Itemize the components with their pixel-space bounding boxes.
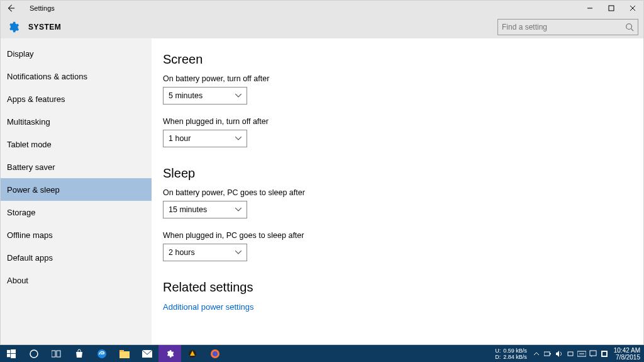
svg-rect-7 xyxy=(11,349,16,353)
chevron-down-icon xyxy=(235,251,242,254)
sidebar-item-battery-saver[interactable]: Battery saver xyxy=(1,156,152,178)
svg-point-19 xyxy=(213,351,218,356)
sidebar-item-offline-maps[interactable]: Offline maps xyxy=(1,223,152,246)
net-download-label: D: xyxy=(495,354,501,360)
search-icon xyxy=(625,23,634,31)
sidebar: Display Notifications & actions Apps & f… xyxy=(1,38,152,344)
task-view-icon[interactable] xyxy=(45,345,68,362)
sidebar-item-label: Notifications & actions xyxy=(7,72,87,81)
taskbar: U: D: 0.59 kB/s 2.84 kB/s 10:42 AM 7/8/2… xyxy=(0,345,644,362)
dropdown-value: 1 hour xyxy=(169,134,191,143)
taskbar-app-mail[interactable] xyxy=(136,345,158,362)
screen-battery-label: On battery power, turn off after xyxy=(163,74,643,83)
taskbar-app-generic-1[interactable] xyxy=(181,345,204,362)
chevron-down-icon xyxy=(235,208,242,212)
svg-rect-11 xyxy=(52,351,55,357)
sidebar-item-label: Power & sleep xyxy=(7,185,60,195)
sidebar-item-storage[interactable]: Storage xyxy=(1,201,152,223)
net-upload-speed: 0.59 kB/s xyxy=(503,348,527,354)
body: Display Notifications & actions Apps & f… xyxy=(1,38,643,344)
svg-rect-12 xyxy=(57,351,60,357)
dropdown-value: 15 minutes xyxy=(169,205,207,214)
svg-rect-22 xyxy=(568,352,573,356)
svg-rect-6 xyxy=(7,349,10,353)
content-pane: Screen On battery power, turn off after … xyxy=(152,38,643,344)
screen-plugged-dropdown[interactable]: 1 hour xyxy=(163,130,247,147)
tray-show-hidden-icon[interactable] xyxy=(531,345,542,362)
dropdown-value: 2 hours xyxy=(169,248,195,257)
sidebar-item-label: About xyxy=(7,276,28,285)
sidebar-item-label: Apps & features xyxy=(7,94,65,104)
svg-rect-14 xyxy=(119,351,130,358)
svg-rect-21 xyxy=(550,353,551,354)
back-button[interactable] xyxy=(3,1,18,16)
svg-rect-25 xyxy=(590,351,596,356)
taskbar-app-edge[interactable] xyxy=(91,345,113,362)
taskbar-app-firefox[interactable] xyxy=(204,345,226,362)
sidebar-item-label: Display xyxy=(7,49,34,59)
chevron-down-icon xyxy=(235,137,242,140)
svg-point-4 xyxy=(626,24,632,30)
taskbar-app-explorer[interactable] xyxy=(113,345,136,362)
tray-volume-icon[interactable] xyxy=(553,345,565,362)
gear-icon[interactable] xyxy=(6,20,21,35)
sidebar-item-label: Storage xyxy=(7,208,36,217)
sidebar-item-multitasking[interactable]: Multitasking xyxy=(1,110,152,133)
chevron-down-icon xyxy=(235,94,242,98)
search-input[interactable] xyxy=(502,23,625,31)
taskbar-app-store[interactable] xyxy=(68,345,91,362)
sidebar-item-tablet-mode[interactable]: Tablet mode xyxy=(1,133,152,156)
tray-app-icon[interactable] xyxy=(599,345,610,362)
minimize-button[interactable] xyxy=(579,1,601,16)
close-button[interactable] xyxy=(622,1,643,16)
tray-network-icon[interactable] xyxy=(565,345,576,362)
dropdown-value: 5 minutes xyxy=(169,91,203,100)
net-upload-label: U: xyxy=(495,348,501,354)
clock-time: 10:42 AM xyxy=(614,347,640,354)
clock-date: 7/8/2015 xyxy=(614,354,640,361)
system-tray: U: D: 0.59 kB/s 2.84 kB/s 10:42 AM 7/8/2… xyxy=(495,345,644,362)
header: SYSTEM xyxy=(1,16,643,38)
tray-keyboard-icon[interactable] xyxy=(576,345,587,362)
sidebar-item-label: Battery saver xyxy=(7,162,55,172)
tray-power-icon[interactable] xyxy=(542,345,553,362)
sidebar-item-label: Tablet mode xyxy=(7,140,52,149)
svg-line-5 xyxy=(631,29,634,31)
screen-heading: Screen xyxy=(163,52,643,67)
sidebar-item-power-sleep[interactable]: Power & sleep xyxy=(1,178,152,201)
sleep-heading: Sleep xyxy=(163,166,643,181)
tray-action-center-icon[interactable] xyxy=(587,345,599,362)
window-title: Settings xyxy=(30,4,55,12)
start-button[interactable] xyxy=(0,345,23,362)
sidebar-item-notifications[interactable]: Notifications & actions xyxy=(1,65,152,88)
net-speeds: 0.59 kB/s 2.84 kB/s xyxy=(503,348,527,360)
sidebar-item-label: Default apps xyxy=(7,253,53,263)
sidebar-item-about[interactable]: About xyxy=(1,269,152,291)
svg-rect-20 xyxy=(544,352,550,356)
screen-battery-dropdown[interactable]: 5 minutes xyxy=(163,87,247,105)
svg-rect-8 xyxy=(7,354,10,357)
settings-window: Settings SYSTEM Display Notifications & … xyxy=(0,0,644,345)
net-download-speed: 2.84 kB/s xyxy=(503,354,527,360)
sleep-battery-label: On battery power, PC goes to sleep after xyxy=(163,188,643,197)
net-labels: U: D: xyxy=(495,348,501,360)
search-box[interactable] xyxy=(497,19,638,35)
clock[interactable]: 10:42 AM 7/8/2015 xyxy=(610,347,644,361)
sidebar-item-label: Multitasking xyxy=(7,117,50,127)
titlebar: Settings xyxy=(1,1,643,16)
sleep-plugged-label: When plugged in, PC goes to sleep after xyxy=(163,231,643,240)
cortana-search-icon[interactable] xyxy=(23,345,45,362)
sleep-battery-dropdown[interactable]: 15 minutes xyxy=(163,201,247,218)
sidebar-item-display[interactable]: Display xyxy=(1,42,152,65)
maximize-button[interactable] xyxy=(601,1,622,16)
svg-rect-9 xyxy=(11,354,16,358)
sleep-plugged-dropdown[interactable]: 2 hours xyxy=(163,244,247,261)
sidebar-item-apps-features[interactable]: Apps & features xyxy=(1,88,152,110)
screen-plugged-label: When plugged in, turn off after xyxy=(163,117,643,126)
category-title: SYSTEM xyxy=(28,23,61,31)
svg-rect-27 xyxy=(602,352,606,356)
additional-power-settings-link[interactable]: Additional power settings xyxy=(163,302,643,312)
sidebar-item-default-apps[interactable]: Default apps xyxy=(1,246,152,269)
taskbar-app-settings[interactable] xyxy=(158,345,181,362)
svg-point-10 xyxy=(30,350,38,358)
